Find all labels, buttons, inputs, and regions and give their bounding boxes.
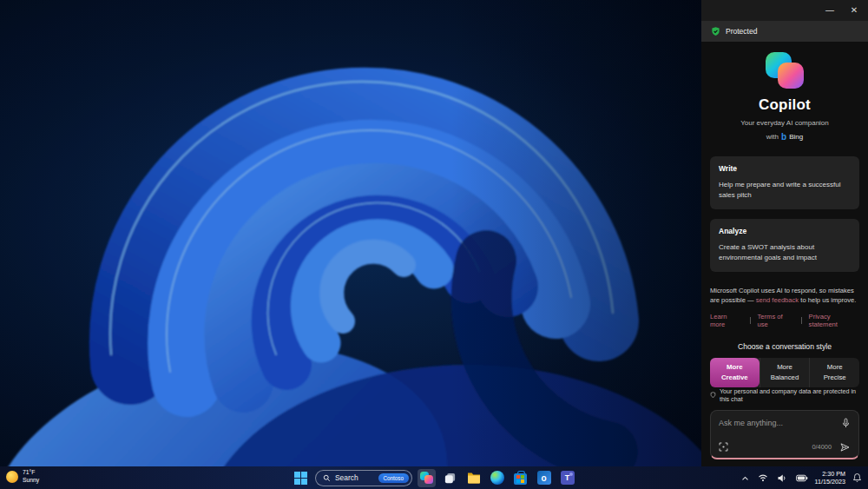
taskbar-copilot-icon[interactable]: [418, 469, 436, 487]
bing-icon: b: [781, 132, 786, 142]
search-badge: Contoso: [378, 473, 409, 483]
network-button[interactable]: [756, 472, 770, 484]
volume-button[interactable]: [775, 472, 789, 485]
taskbar-file-explorer-icon[interactable]: [464, 469, 483, 487]
protected-bar: Protected: [701, 21, 868, 42]
search-box[interactable]: Search Contoso: [315, 470, 412, 486]
suggestion-card-write[interactable]: Write Help me prepare and write a succes…: [710, 156, 859, 209]
wifi-icon: [758, 473, 768, 482]
taskbar-teams-icon[interactable]: T: [558, 469, 576, 487]
notifications-button[interactable]: [851, 471, 864, 485]
search-label: Search: [335, 473, 358, 482]
speaker-icon: [777, 473, 787, 483]
copilot-hero: Copilot Your everyday AI companion with …: [710, 52, 859, 142]
link-divider: [801, 317, 802, 324]
shield-outline-icon: [710, 391, 716, 399]
style-option-top: More: [710, 362, 760, 372]
edge-icon: [490, 471, 504, 485]
card-category: Write: [719, 164, 851, 173]
style-option-bottom: Creative: [710, 373, 760, 382]
taskbar-task-view-icon[interactable]: [441, 469, 459, 487]
style-option-balanced[interactable]: More Balanced: [760, 358, 810, 387]
bell-icon: [852, 472, 862, 483]
screen: — ✕ Protected Copilot Your everyday AI c…: [0, 0, 868, 489]
microsoft-store-icon: [514, 473, 527, 485]
microphone-icon[interactable]: [841, 418, 851, 429]
chat-input-box: 0/4000: [710, 410, 859, 459]
conversation-style-group: More Creative More Balanced More Precise: [710, 358, 859, 387]
close-button[interactable]: ✕: [844, 3, 865, 18]
suggestion-card-analyze[interactable]: Analyze Create a SWOT analysis about env…: [710, 219, 859, 272]
learn-more-link[interactable]: Learn more: [710, 313, 743, 328]
copilot-subtitle: Your everyday AI companion: [710, 119, 859, 127]
style-option-bottom: Precise: [810, 373, 859, 382]
style-option-top: More: [760, 362, 810, 372]
task-view-icon: [444, 472, 457, 485]
suggestion-cards: Write Help me prepare and write a succes…: [710, 156, 859, 281]
teams-icon: T: [561, 471, 575, 485]
style-option-top: More: [810, 362, 859, 372]
privacy-statement-link[interactable]: Privacy statement: [809, 313, 859, 328]
ai-disclaimer: Microsoft Copilot uses AI to respond, so…: [710, 286, 859, 306]
copilot-title: Copilot: [710, 96, 859, 114]
privacy-note-text: Your personal and company data are prote…: [720, 387, 859, 403]
search-icon: [323, 474, 331, 482]
bing-label: Bing: [789, 133, 803, 141]
copilot-icon: [420, 472, 433, 484]
with-bing-line: with b Bing: [710, 132, 859, 142]
taskbar-edge-icon[interactable]: [488, 469, 506, 487]
panel-body: Copilot Your everyday AI companion with …: [701, 42, 868, 466]
weather-condition: Sunny: [23, 477, 39, 485]
with-label: with: [766, 133, 779, 141]
tray-date: 11/15/2023: [815, 478, 845, 486]
chevron-up-icon: [741, 475, 749, 481]
battery-button[interactable]: [794, 472, 810, 484]
conversation-style-title: Choose a conversation style: [710, 342, 859, 351]
outlook-icon: o: [537, 471, 551, 485]
taskbar-outlook-icon[interactable]: o: [535, 469, 553, 487]
weather-widget[interactable]: 71°F Sunny: [6, 469, 39, 485]
card-prompt: Help me prepare and write a successful s…: [719, 180, 851, 202]
link-divider: [750, 317, 751, 324]
style-option-creative[interactable]: More Creative: [710, 358, 760, 387]
minimize-button[interactable]: —: [819, 3, 840, 18]
windows-logo-icon: [294, 472, 307, 485]
taskbar-center: Search Contoso: [292, 466, 576, 489]
battery-icon: [796, 474, 808, 482]
footer-links: Learn more Terms of use Privacy statemen…: [710, 313, 859, 328]
weather-temperature: 71°F: [23, 469, 39, 477]
protected-label: Protected: [726, 27, 757, 36]
privacy-note: Your personal and company data are prote…: [710, 387, 859, 403]
hidden-icons-chevron[interactable]: [740, 473, 751, 483]
copilot-panel: — ✕ Protected Copilot Your everyday AI c…: [701, 0, 868, 466]
screenshot-viewfinder-icon[interactable]: [719, 442, 728, 452]
char-counter: 0/4000: [812, 443, 832, 451]
taskbar-store-icon[interactable]: [511, 469, 529, 487]
system-tray: 2:30 PM 11/15/2023: [740, 466, 864, 489]
panel-titlebar: — ✕: [701, 0, 868, 21]
start-button[interactable]: [292, 469, 310, 487]
copilot-logo-icon: [765, 52, 805, 89]
style-option-precise[interactable]: More Precise: [809, 358, 859, 387]
send-feedback-link[interactable]: send feedback: [756, 296, 799, 304]
style-option-bottom: Balanced: [760, 373, 810, 382]
tray-time: 2:30 PM: [815, 470, 845, 478]
terms-of-use-link[interactable]: Terms of use: [758, 313, 794, 328]
card-category: Analyze: [719, 227, 851, 235]
protected-shield-icon: [711, 26, 720, 36]
file-explorer-icon: [467, 472, 481, 484]
chat-input[interactable]: [719, 419, 836, 427]
sun-icon: [6, 471, 18, 483]
taskbar: 71°F Sunny Search Contoso: [0, 466, 868, 489]
disclaimer-text-2: to help us improve.: [799, 296, 856, 304]
card-prompt: Create a SWOT analysis about environment…: [719, 242, 851, 264]
clock[interactable]: 2:30 PM 11/15/2023: [815, 470, 845, 486]
send-icon[interactable]: [839, 442, 851, 453]
